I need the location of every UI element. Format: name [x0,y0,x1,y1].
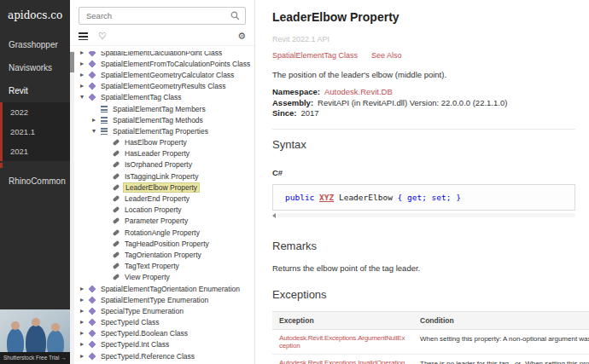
meta-label: Namespace: [272,87,320,96]
tree-item[interactable]: ▸SpatialElementGeometryResults Class [75,81,254,92]
tree-item-label: SpatialElementFromToCalculationPoints Cl… [99,60,252,68]
collapse-arrow-icon[interactable]: ▾ [92,128,101,135]
sidebar-item-rhinocommon[interactable]: RhinoCommon [0,170,70,193]
tree-item[interactable]: Parameter Property [75,216,254,227]
toc-toolbar: ♡ ⚙ [70,29,254,46]
meta-row: Namespace:Autodesk.Revit.DB [272,87,589,98]
tree-scrollbar-thumb[interactable] [70,52,74,72]
condition-cell: There is no leader for this tag. -or- Wh… [413,354,589,364]
sidebar-item-20211[interactable]: 2021.1 [0,122,70,142]
tree-item[interactable]: ▸SpecTypeId Class [75,317,254,328]
meta-namespace-link[interactable]: Autodesk.Revit.DB [324,87,393,96]
class-icon [88,330,96,338]
expand-arrow-icon[interactable]: ▸ [80,319,89,326]
language-tab-csharp[interactable]: C# [272,168,283,177]
tree-item-label: Location Property [123,205,184,214]
scroll-left-arrow-icon[interactable] [272,213,276,218]
code-type-link[interactable]: XYZ [319,193,334,202]
tree-item[interactable]: HasLeader Property [75,148,254,159]
exceptions-col-header: Exception [272,311,413,329]
tree-item[interactable]: SpatialElementTag Members [75,103,254,114]
sidebar-item-2022[interactable]: 2022 [0,102,70,122]
settings-gear-icon[interactable]: ⚙ [237,32,246,41]
prop-icon [113,184,120,191]
tree-item[interactable]: ▸SpatialElementCalculationPoint Class [75,51,254,58]
contents-list-icon[interactable] [79,32,88,40]
exception-link[interactable]: Autodesk.Revit.Exceptions.InvalidOperati… [279,359,405,364]
favorites-heart-icon[interactable]: ♡ [98,32,107,41]
tree-item[interactable]: ▸SpatialElementFromToCalculationPoints C… [75,58,254,69]
sidebar-item-revit[interactable]: Revit [0,79,70,102]
tree-item[interactable]: IsOrphaned Property [75,159,254,170]
tree-item[interactable]: ▾SpatialElementTag Class [75,92,254,103]
expand-arrow-icon[interactable]: ▸ [80,51,89,56]
tree-item[interactable]: ▸SpatialElementTag Methods [75,114,254,125]
tree-item-label: View Property [123,273,172,281]
exception-link[interactable]: Autodesk.Revit.Exceptions.ArgumentNullEx… [279,334,405,350]
exceptions-heading: Exceptions [272,288,589,301]
tree-item-label: SpecTypeId.Boolean Class [99,329,190,338]
tree-item[interactable]: Location Property [75,205,254,216]
tree-item[interactable]: TagHeadPosition Property [75,238,254,249]
exceptions-table: ExceptionCondition Autodesk.Revit.Except… [272,311,589,364]
remarks-heading: Remarks [272,240,589,252]
tree-item-label: SpatialElementTag Properties [111,127,210,136]
site-logo[interactable]: apidocs.co [0,0,70,33]
topic-link[interactable]: See Also [371,51,402,60]
expand-arrow-icon[interactable]: ▸ [80,341,89,348]
tree-item[interactable]: TagText Property [75,261,254,272]
tree-item-label: SpecTypeId.Reference Class [99,352,196,361]
meta-label: Since: [272,108,297,118]
ad-caption[interactable]: Shutterstock Free Trial → [0,352,70,364]
tree-item[interactable]: TagOrientation Property [75,249,254,260]
code-token: LeaderElbow [334,193,397,202]
tree-item-label: TagHeadPosition Property [123,240,211,248]
meta-row: Assembly:RevitAPI (in RevitAPI.dll) Vers… [272,98,589,109]
tree-item[interactable]: ▸SpatialElementType Enumeration [75,294,254,305]
exception-row: Autodesk.Revit.Exceptions.ArgumentNullEx… [272,329,589,354]
expand-arrow-icon[interactable]: ▸ [92,117,101,124]
scroll-track[interactable] [277,213,575,217]
tree-item[interactable]: ▾SpatialElementTag Properties [75,125,254,136]
prop-icon [113,161,120,168]
exceptions-col-header: Condition [413,311,589,329]
tree-item-label: SpatialElementTagOrientation Enumeration [99,285,242,293]
tree-item[interactable]: ▸SpecialType Enumeration [75,305,254,316]
tree-scrollbar[interactable] [70,51,74,364]
tree-item-label: LeaderElbow Property [123,182,200,193]
tree-item-label: SpatialElementCalculationPoint Class [99,51,224,57]
collapse-arrow-icon[interactable]: ▾ [80,94,89,101]
prop-icon [113,217,120,224]
tree-item[interactable]: LeaderEnd Property [75,193,254,204]
search-icon[interactable] [230,11,240,20]
code-horizontal-scrollbar[interactable] [272,212,575,219]
exceptions-header-row: ExceptionCondition [272,311,589,329]
code-token: public [285,193,319,202]
prop-icon [113,195,120,202]
sidebar-item-navisworks[interactable]: Navisworks [0,56,70,79]
tree-item[interactable]: ▸SpecTypeId.Reference Class [75,350,254,361]
remarks-text: Returns the elbow point of the tag leade… [272,263,589,273]
expand-arrow-icon[interactable]: ▸ [80,83,89,90]
tree-item-label: RotationAngle Property [123,228,201,237]
tree-item[interactable]: LeaderElbow Property [75,182,254,193]
ad-banner[interactable]: Shutterstock Free Trial → [0,309,70,364]
tree-item[interactable]: View Property [75,272,254,283]
expand-arrow-icon[interactable]: ▸ [80,330,89,337]
tree-item[interactable]: ▸SpecTypeId.Int Class [75,339,254,350]
sidebar-item-grasshopper[interactable]: Grasshopper [0,33,70,56]
topic-link[interactable]: SpatialElementTag Class [272,51,358,60]
tree-item[interactable]: HasElbow Property [75,137,254,148]
tree-item-label: IsOrphaned Property [123,160,194,169]
tree-item[interactable]: ▸SpecTypeId.Boolean Class [75,328,254,339]
prop-icon [113,263,120,269]
tree-item[interactable]: IsTaggingLink Property [75,170,254,182]
class-icon [88,71,96,78]
search-input[interactable] [85,10,230,21]
tree-item[interactable]: ▸SpatialElementGeometryCalculator Class [75,69,254,80]
meta-value: 2017 [301,108,319,118]
tree-item-label: SpatialElementGeometryResults Class [99,82,227,90]
sidebar-item-2021[interactable]: 2021 [0,142,70,161]
tree-item[interactable]: RotationAngle Property [75,227,254,238]
tree-item[interactable]: ▸SpatialElementTagOrientation Enumeratio… [75,283,254,294]
